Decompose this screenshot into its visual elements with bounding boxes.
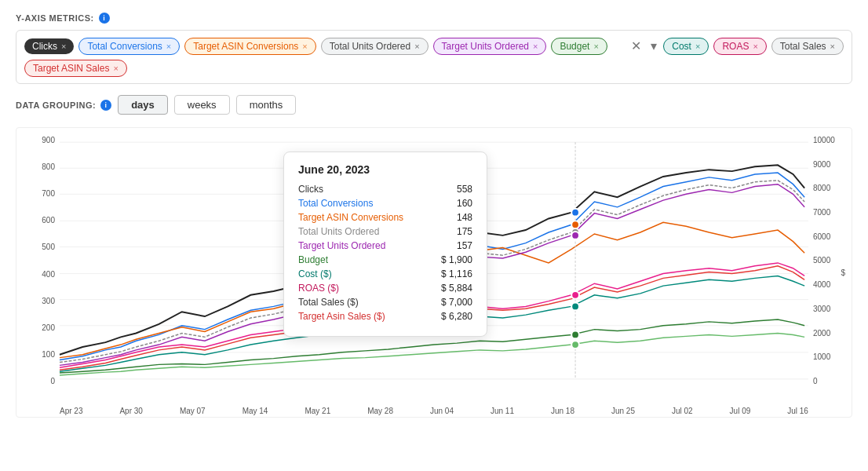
tag-target-asin-sales-remove[interactable]: × <box>113 64 118 73</box>
tag-budget[interactable]: Budget × <box>551 38 607 55</box>
tooltip-label-total-sales: Total Sales ($) <box>298 297 359 308</box>
tooltip-row-target-units: Target Units Ordered 157 <box>298 240 472 251</box>
y-axis-info-icon[interactable]: i <box>99 13 110 24</box>
tooltip-row-clicks: Clicks 558 <box>298 184 472 195</box>
svg-point-16 <box>571 303 579 311</box>
tooltip-row-roas: ROAS ($) $ 5,884 <box>298 283 472 294</box>
chart-area: 900 800 700 600 500 400 300 200 100 0 10… <box>16 127 852 418</box>
x-axis: Apr 23 Apr 30 May 07 May 14 May 21 May 2… <box>60 403 808 415</box>
tag-target-asin-conversions-remove[interactable]: × <box>302 42 307 51</box>
tag-clicks[interactable]: Clicks × <box>24 38 74 54</box>
tooltip-label-target-asin-conv: Target ASIN Conversions <box>298 212 403 223</box>
x-label-apr30: Apr 30 <box>119 407 142 415</box>
tooltip-row-cost: Cost ($) $ 1,116 <box>298 268 472 279</box>
tooltip-label-target-units: Target Units Ordered <box>298 240 385 251</box>
tag-total-sales[interactable]: Total Sales × <box>771 38 844 55</box>
tooltip-value-roas: $ 5,884 <box>441 283 472 294</box>
tag-total-conversions-remove[interactable]: × <box>166 42 171 51</box>
tag-target-units-ordered-remove[interactable]: × <box>533 42 538 51</box>
svg-point-11 <box>571 209 579 217</box>
tag-target-asin-conversions[interactable]: Target ASIN Conversions × <box>184 38 316 55</box>
svg-point-12 <box>571 221 579 228</box>
svg-point-17 <box>571 331 579 339</box>
tag-target-asin-sales[interactable]: Target ASIN Sales × <box>24 60 127 77</box>
data-grouping-label: DATA GROUPING: i <box>16 100 111 111</box>
clear-all-button[interactable]: ✕ <box>629 37 643 55</box>
x-label-apr23: Apr 23 <box>60 407 82 415</box>
metrics-tags-container: Clicks × Total Conversions × Target ASIN… <box>16 30 852 84</box>
x-label-may21: May 21 <box>305 407 330 415</box>
x-label-jun18: Jun 18 <box>551 407 574 415</box>
tooltip-label-clicks: Clicks <box>298 184 323 195</box>
tooltip-row-total-conversions: Total Conversions 160 <box>298 198 472 209</box>
metrics-actions: ✕ ▾ <box>629 37 658 55</box>
x-label-may14: May 14 <box>243 407 268 415</box>
x-label-may07: May 07 <box>180 407 206 415</box>
tooltip-value-target-asin-conv: 148 <box>457 212 472 223</box>
x-label-jul02: Jul 02 <box>672 407 693 415</box>
tag-target-units-ordered[interactable]: Target Units Ordered × <box>433 38 547 55</box>
tooltip-row-budget: Budget $ 1,900 <box>298 254 472 265</box>
tooltip-value-total-sales: $ 7,000 <box>441 297 472 308</box>
x-label-jul16: Jul 16 <box>787 407 808 415</box>
x-label-jun04: Jun 04 <box>430 407 454 415</box>
tooltip-row-target-asin-sales: Target Asin Sales ($) $ 6,280 <box>298 311 472 322</box>
tag-roas[interactable]: ROAS × <box>713 38 766 55</box>
tooltip-label-target-asin-sales: Target Asin Sales ($) <box>298 311 385 322</box>
y-axis-left: 900 800 700 600 500 400 300 200 100 0 <box>16 136 60 385</box>
tooltip-value-clicks: 558 <box>457 184 472 195</box>
data-grouping-row: DATA GROUPING: i days weeks months <box>16 95 852 115</box>
tooltip-value-total-conversions: 160 <box>457 198 472 209</box>
grouping-days-button[interactable]: days <box>118 95 168 115</box>
y-axis-right: 10000 9000 8000 7000 6000 5000 4000 3000… <box>808 136 852 385</box>
dollar-sign-label: $ <box>841 268 845 277</box>
x-label-jun11: Jun 11 <box>491 407 514 415</box>
chart-tooltip: June 20, 2023 Clicks 558 Total Conversio… <box>283 152 487 337</box>
tooltip-row-target-asin-conv: Target ASIN Conversions 148 <box>298 212 472 223</box>
tooltip-label-total-conversions: Total Conversions <box>298 198 373 209</box>
grouping-weeks-button[interactable]: weeks <box>174 95 230 115</box>
tooltip-value-cost: $ 1,116 <box>441 268 472 279</box>
tooltip-label-cost: Cost ($) <box>298 268 332 279</box>
tooltip-value-target-units: 157 <box>457 240 472 251</box>
tag-total-sales-remove[interactable]: × <box>830 42 835 51</box>
tooltip-label-roas: ROAS ($) <box>298 283 339 294</box>
tag-clicks-remove[interactable]: × <box>61 42 66 51</box>
svg-point-15 <box>571 291 579 299</box>
light-green-line <box>60 333 804 375</box>
tag-budget-remove[interactable]: × <box>593 42 598 51</box>
expand-button[interactable]: ▾ <box>649 37 658 55</box>
svg-point-18 <box>571 341 579 349</box>
tag-cost-remove[interactable]: × <box>695 42 700 51</box>
svg-point-14 <box>571 232 579 239</box>
tooltip-row-total-sales: Total Sales ($) $ 7,000 <box>298 297 472 308</box>
grouping-months-button[interactable]: months <box>236 95 297 115</box>
tooltip-value-total-units: 175 <box>457 226 472 237</box>
tooltip-label-budget: Budget <box>298 254 328 265</box>
tooltip-row-total-units: Total Units Ordered 175 <box>298 226 472 237</box>
grouping-info-icon[interactable]: i <box>100 100 111 111</box>
tag-total-units-ordered-remove[interactable]: × <box>414 42 419 51</box>
tag-cost[interactable]: Cost × <box>663 38 709 55</box>
tag-total-conversions[interactable]: Total Conversions × <box>78 38 180 55</box>
tag-roas-remove[interactable]: × <box>753 42 757 51</box>
tooltip-value-budget: $ 1,900 <box>441 254 472 265</box>
y-axis-label: Y-AXIS METRICS: i <box>16 13 852 24</box>
tooltip-label-total-units: Total Units Ordered <box>298 226 379 237</box>
tooltip-date: June 20, 2023 <box>298 163 472 176</box>
x-label-jun25: Jun 25 <box>611 407 635 415</box>
tag-total-units-ordered[interactable]: Total Units Ordered × <box>321 38 429 55</box>
tooltip-value-target-asin-sales: $ 6,280 <box>441 311 472 322</box>
x-label-may28: May 28 <box>367 407 393 415</box>
x-label-jul09: Jul 09 <box>730 407 751 415</box>
